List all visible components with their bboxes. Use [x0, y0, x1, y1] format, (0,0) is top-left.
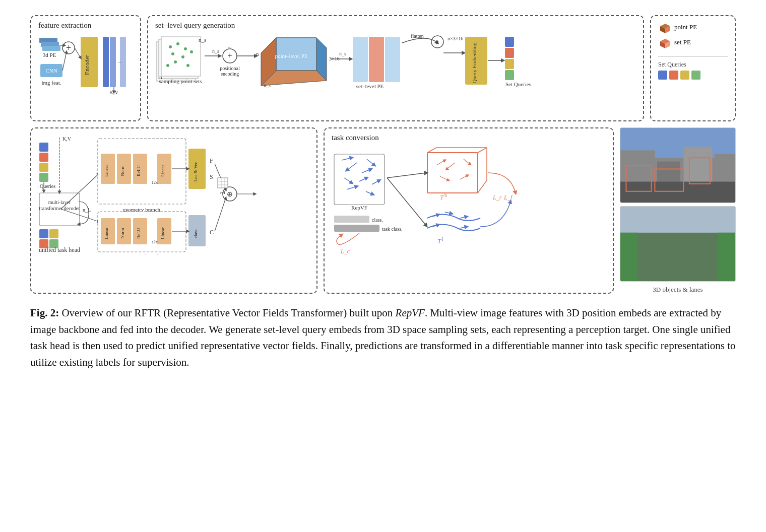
repvf-italic: RepVF: [396, 307, 425, 319]
svg-text:Encoder: Encoder: [84, 55, 91, 75]
svg-rect-68: [505, 59, 514, 69]
svg-text:Set Queries: Set Queries: [38, 183, 55, 189]
set-pe-label: set PE: [674, 38, 691, 46]
svg-line-130: [215, 198, 226, 231]
legend-colors: [658, 71, 728, 80]
query-generation-box: set–level query generation: [147, 15, 644, 121]
svg-line-155: [427, 148, 436, 153]
figure-caption: Fig. 2: Overview of our RFTR (Representa…: [30, 305, 736, 370]
svg-point-27: [181, 55, 184, 58]
legend-point-pe: point PE: [658, 21, 728, 33]
svg-text:transformer decoder: transformer decoder: [39, 206, 80, 211]
svg-text:3d PE: 3d PE: [43, 52, 56, 58]
svg-line-9: [62, 52, 67, 71]
svg-text:l: l: [442, 236, 443, 242]
svg-text:↕2x: ↕2x: [151, 180, 158, 185]
svg-text:set–level PE: set–level PE: [356, 83, 384, 89]
svg-point-30: [186, 64, 189, 67]
svg-text:L_c: L_c: [340, 248, 350, 255]
svg-line-159: [478, 180, 487, 193]
top-row: feature extraction 3d PE + CNN img feat.: [30, 15, 736, 121]
svg-rect-16: [120, 37, 126, 87]
svg-text:b: b: [444, 192, 447, 198]
svg-text:L_r: L_r: [492, 194, 502, 201]
svg-rect-66: [505, 37, 514, 47]
svg-rect-131: [218, 178, 228, 188]
svg-text:point–level PE: point–level PE: [275, 53, 307, 59]
svg-text:n: n: [256, 51, 259, 57]
svg-text:encoding: encoding: [221, 71, 239, 77]
svg-text:ReLU: ReLU: [136, 165, 141, 176]
svg-rect-154: [427, 153, 478, 193]
svg-rect-188: [620, 207, 735, 233]
svg-text:n_L: n_L: [83, 207, 91, 213]
feature-extraction-svg: 3d PE + CNN img feat. Encoder: [38, 33, 139, 111]
svg-text:n: n: [159, 74, 162, 80]
svg-line-171: [460, 217, 467, 218]
svg-text:+: +: [66, 43, 71, 53]
svg-text:n_s: n_s: [199, 37, 206, 43]
legend-box: point PE set PE Set Queries: [650, 15, 736, 121]
svg-rect-87: [39, 229, 48, 238]
road-lane-photo: [620, 206, 736, 282]
unified-task-head-svg: Set Queries multi-layer transformer deco…: [38, 134, 321, 254]
svg-rect-151: [334, 225, 379, 232]
unified-task-head-box: Set Queries multi-layer transformer deco…: [30, 127, 317, 294]
svg-text:K,V: K,V: [62, 136, 72, 142]
svg-rect-190: [620, 233, 637, 281]
point-pe-label: point PE: [674, 23, 697, 31]
svg-text:F: F: [210, 157, 213, 164]
set-queries-legend-title: Set Queries: [658, 61, 728, 69]
urban-scene-photo: [620, 127, 736, 203]
svg-line-170: [445, 212, 452, 214]
svg-line-160: [436, 160, 445, 165]
task-conversion-label: task conversion: [332, 134, 606, 142]
svg-text:Linear: Linear: [160, 227, 165, 239]
fig-label: Fig. 2:: [30, 307, 59, 319]
photos-caption: 3D objects & lanes: [620, 286, 736, 294]
svg-point-28: [190, 50, 193, 53]
svg-text:n_s: n_s: [339, 51, 346, 56]
svg-text:Linear: Linear: [160, 165, 165, 176]
svg-text:flatten: flatten: [411, 33, 424, 39]
svg-point-29: [174, 60, 177, 63]
svg-rect-13: [103, 37, 109, 87]
svg-text:class.: class.: [372, 217, 383, 223]
svg-rect-55: [369, 37, 384, 82]
svg-rect-54: [353, 37, 368, 82]
svg-rect-80: [39, 173, 48, 182]
svg-text:≈: ≈: [228, 44, 231, 52]
query-generation-svg: sampling point sets n n_s n_s + ≈ positi…: [155, 33, 636, 113]
set-pe-icon: [658, 36, 670, 48]
caption-text-part1: Overview of our RFTR (Representative Vec…: [59, 307, 395, 319]
legend-queries-section: Set Queries: [658, 56, 728, 80]
svg-text:F: F: [436, 39, 439, 45]
svg-rect-191: [718, 233, 735, 281]
svg-text:positional: positional: [220, 65, 240, 71]
photo-box: 3D objects & lanes: [620, 127, 736, 294]
svg-line-161: [446, 163, 455, 169]
svg-rect-89: [49, 229, 58, 238]
svg-line-164: [460, 175, 468, 179]
color-orange: [669, 71, 678, 80]
svg-rect-78: [39, 153, 48, 162]
svg-text:+: +: [227, 51, 232, 60]
svg-text:n×3×16: n×3×16: [448, 36, 463, 41]
query-generation-label: set–level query generation: [155, 21, 636, 30]
svg-rect-183: [620, 182, 735, 203]
svg-text:n_s: n_s: [264, 82, 271, 88]
svg-text:sampling point sets: sampling point sets: [159, 78, 202, 84]
task-conversion-svg: RepVF class. task class. L_c: [332, 145, 579, 266]
svg-text:Linear: Linear: [104, 165, 109, 176]
svg-text:↕2x: ↕2x: [151, 239, 158, 244]
svg-text:CNN: CNN: [45, 68, 57, 74]
svg-text:Norm: Norm: [120, 228, 125, 239]
svg-text:n_s: n_s: [212, 48, 219, 54]
svg-text:Norm: Norm: [120, 166, 125, 176]
svg-text:multi-layer: multi-layer: [48, 200, 71, 205]
svg-text:Query Embedding: Query Embedding: [471, 42, 477, 83]
svg-point-24: [176, 42, 179, 45]
svg-rect-79: [39, 163, 48, 172]
svg-point-26: [171, 52, 174, 55]
feature-extraction-box: feature extraction 3d PE + CNN img feat.: [30, 15, 141, 121]
